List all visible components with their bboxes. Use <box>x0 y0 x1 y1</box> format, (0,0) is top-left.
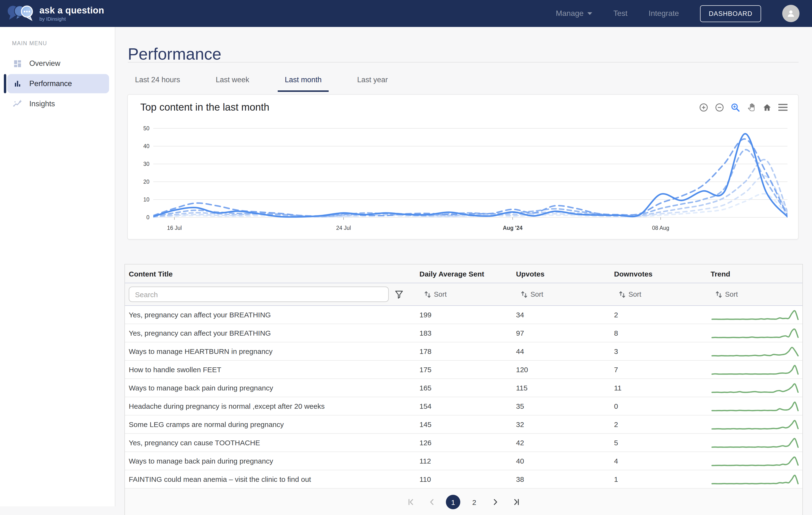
content-title-cell: Headache during pregnancy is normal ,exc… <box>125 402 419 410</box>
next-page-button[interactable] <box>488 495 502 509</box>
top-navbar: ask a question by IDinsight Manage Test … <box>0 0 812 27</box>
sort-label: Sort <box>629 291 641 298</box>
brand-subtitle: by IDinsight <box>39 16 104 21</box>
downvotes-cell: 3 <box>614 347 710 355</box>
upvotes-cell: 34 <box>516 310 614 319</box>
tab-last-month[interactable]: Last month <box>278 68 329 92</box>
column-header-upvotes: Upvotes <box>516 270 614 278</box>
sort-label: Sort <box>725 291 738 298</box>
downvotes-cell: 2 <box>614 420 710 429</box>
trend-sparkline <box>710 345 800 358</box>
table-row: Yes, pregnancy can affect your BREATHING… <box>125 306 803 324</box>
nav-link-manage[interactable]: Manage <box>556 9 592 18</box>
content-title-cell: FAINTING could mean anemia – visit the c… <box>125 475 419 483</box>
daily-average-sent-cell: 110 <box>419 475 516 483</box>
table-row: FAINTING could mean anemia – visit the c… <box>125 470 803 489</box>
page-1-button[interactable]: 1 <box>446 495 460 509</box>
user-avatar[interactable] <box>782 5 800 22</box>
table-row: Yes, pregnancy can cause TOOTHACHE 126 4… <box>125 434 803 452</box>
tab-last-24-hours[interactable]: Last 24 hours <box>128 68 187 92</box>
trend-sparkline <box>710 399 800 413</box>
downvotes-cell: 5 <box>614 438 710 447</box>
table-header-row: Content Title Daily Average Sent Upvotes… <box>125 265 803 283</box>
content-title-cell: Ways to manage back pain during pregnanc… <box>125 457 419 465</box>
column-header-content-title: Content Title <box>125 270 419 278</box>
nav-link-integrate[interactable]: Integrate <box>649 9 679 18</box>
chat-bubbles-logo-icon <box>7 4 35 23</box>
page-2-button[interactable]: 2 <box>467 495 482 509</box>
downvotes-cell: 4 <box>614 457 710 465</box>
search-input[interactable] <box>129 287 389 302</box>
sidebar-item-insights[interactable]: Insights <box>7 94 109 113</box>
trend-sparkline <box>710 381 800 395</box>
downvotes-cell: 0 <box>614 402 710 410</box>
nav-link-test[interactable]: Test <box>613 9 628 18</box>
upvotes-cell: 38 <box>516 475 614 483</box>
trend-sparkline <box>710 308 800 322</box>
sort-trend-button[interactable]: Sort <box>716 291 803 298</box>
chevron-down-icon <box>587 12 592 15</box>
time-range-tabs: Last 24 hours Last week Last month Last … <box>128 68 395 92</box>
brand-title: ask a question <box>39 6 104 15</box>
content-title-cell: Ways to manage HEARTBURN in pregnancy <box>125 347 419 355</box>
table-pagination: 1 2 <box>125 489 803 515</box>
navbar-links: Manage Test Integrate DASHBOARD <box>556 5 812 22</box>
daily-average-sent-cell: 112 <box>419 457 516 465</box>
trend-sparkline <box>710 454 800 468</box>
title-divider <box>128 62 799 62</box>
tab-last-year[interactable]: Last year <box>350 68 395 92</box>
downvotes-cell: 7 <box>614 365 710 374</box>
svg-text:08 Aug: 08 Aug <box>652 225 669 231</box>
column-header-downvotes: Downvotes <box>614 270 710 278</box>
daily-average-sent-cell: 126 <box>419 438 516 447</box>
sort-arrows-icon <box>716 291 722 298</box>
sort-daily-average-sent-button[interactable]: Sort <box>424 291 516 298</box>
sidebar-item-overview[interactable]: Overview <box>7 54 109 73</box>
content-title-cell: Yes, pregnancy can affect your BREATHING <box>125 329 419 337</box>
svg-text:Aug '24: Aug '24 <box>503 225 523 231</box>
svg-text:16 Jul: 16 Jul <box>167 225 182 231</box>
daily-average-sent-cell: 199 <box>419 310 516 319</box>
column-header-daily-average-sent: Daily Average Sent <box>419 270 516 278</box>
app-root: ask a question by IDinsight Manage Test … <box>0 0 812 515</box>
previous-page-button[interactable] <box>425 495 439 509</box>
content-title-cell: Yes, pregnancy can affect your BREATHING <box>125 310 419 319</box>
downvotes-cell: 8 <box>614 329 710 337</box>
sidebar-item-performance[interactable]: Performance <box>7 74 109 93</box>
svg-text:40: 40 <box>143 143 149 149</box>
downvotes-cell: 2 <box>614 310 710 319</box>
filter-funnel-icon[interactable] <box>395 290 403 298</box>
downvotes-cell: 1 <box>614 475 710 483</box>
content-title-cell: How to handle swollen FEET <box>125 365 419 374</box>
sort-arrows-icon <box>424 291 431 298</box>
upvotes-cell: 42 <box>516 438 614 447</box>
main-content: Performance Last 24 hours Last week Last… <box>116 27 812 515</box>
daily-average-sent-cell: 145 <box>419 420 516 429</box>
first-page-button[interactable] <box>404 495 418 509</box>
table-row: Ways to manage back pain during pregnanc… <box>125 379 803 397</box>
upvotes-cell: 44 <box>516 347 614 355</box>
top-content-line-chart[interactable]: 0102030405016 Jul24 JulAug '2408 Aug <box>128 95 798 239</box>
svg-text:50: 50 <box>143 125 149 132</box>
column-header-trend: Trend <box>710 270 803 278</box>
downvotes-cell: 11 <box>614 384 710 392</box>
svg-text:10: 10 <box>143 196 149 203</box>
dashboard-grid-icon <box>12 59 22 68</box>
daily-average-sent-cell: 178 <box>419 347 516 355</box>
sort-upvotes-button[interactable]: Sort <box>521 291 614 298</box>
app-logo[interactable]: ask a question by IDinsight <box>0 4 104 23</box>
daily-average-sent-cell: 183 <box>419 329 516 337</box>
dashboard-button[interactable]: DASHBOARD <box>700 5 761 22</box>
sort-downvotes-button[interactable]: Sort <box>619 291 710 298</box>
content-title-cell: Some LEG cramps are normal during pregna… <box>125 420 419 429</box>
bar-chart-icon <box>12 79 22 88</box>
insights-sparkle-icon <box>12 99 22 109</box>
last-page-button[interactable] <box>509 495 524 509</box>
svg-text:24 Jul: 24 Jul <box>336 225 351 231</box>
tab-last-week[interactable]: Last week <box>208 68 257 92</box>
content-title-cell: Yes, pregnancy can cause TOOTHACHE <box>125 438 419 447</box>
trend-sparkline <box>710 436 800 450</box>
table-row: How to handle swollen FEET 175 120 7 <box>125 361 803 379</box>
table-row: Ways to manage HEARTBURN in pregnancy 17… <box>125 342 803 361</box>
search-area <box>125 287 419 302</box>
